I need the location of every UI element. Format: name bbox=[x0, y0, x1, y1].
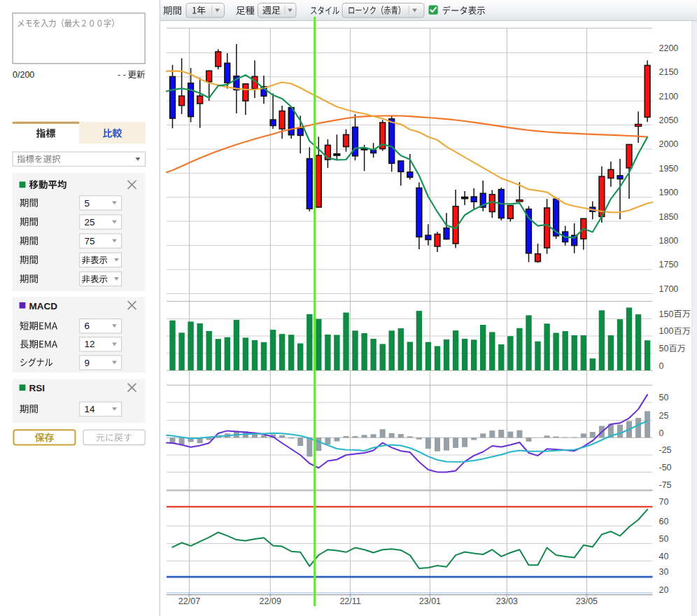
svg-text:5: 5 bbox=[85, 198, 90, 209]
svg-text:25: 25 bbox=[85, 217, 95, 227]
svg-text:75: 75 bbox=[85, 236, 95, 246]
svg-text:-50: -50 bbox=[659, 463, 672, 472]
svg-text:9: 9 bbox=[85, 358, 90, 368]
svg-text:1950: 1950 bbox=[659, 164, 679, 174]
svg-text:0: 0 bbox=[659, 361, 664, 371]
svg-text:23/03: 23/03 bbox=[496, 596, 518, 606]
svg-text:MACD: MACD bbox=[29, 301, 58, 312]
svg-text:30: 30 bbox=[659, 567, 669, 577]
svg-text:-75: -75 bbox=[659, 480, 672, 490]
svg-text:2050: 2050 bbox=[659, 115, 679, 125]
svg-text:0/200: 0/200 bbox=[13, 70, 34, 80]
svg-text:RSI: RSI bbox=[29, 383, 45, 393]
svg-text:2100: 2100 bbox=[659, 92, 679, 102]
svg-text:60: 60 bbox=[659, 517, 669, 526]
svg-text:22/07: 22/07 bbox=[178, 596, 200, 606]
svg-text:14: 14 bbox=[85, 404, 96, 414]
svg-text:70: 70 bbox=[659, 497, 669, 507]
svg-text:40: 40 bbox=[659, 552, 669, 561]
svg-text:1900: 1900 bbox=[659, 188, 679, 197]
svg-text:22/09: 22/09 bbox=[260, 596, 281, 606]
svg-text:-25: -25 bbox=[659, 445, 672, 455]
svg-text:12: 12 bbox=[85, 339, 95, 349]
svg-text:23/01: 23/01 bbox=[419, 596, 441, 606]
svg-text:150: 150 bbox=[659, 309, 674, 319]
svg-text:50: 50 bbox=[659, 534, 669, 544]
svg-text:2150: 2150 bbox=[659, 67, 679, 77]
svg-text:1700: 1700 bbox=[659, 284, 679, 294]
svg-text:2000: 2000 bbox=[659, 139, 679, 149]
svg-text:50: 50 bbox=[659, 393, 669, 402]
svg-text:0: 0 bbox=[659, 428, 664, 438]
svg-text:100: 100 bbox=[659, 326, 674, 336]
svg-text:50: 50 bbox=[659, 344, 669, 354]
svg-text:22/11: 22/11 bbox=[339, 596, 360, 606]
svg-text:2200: 2200 bbox=[659, 43, 679, 53]
svg-text:25: 25 bbox=[659, 411, 669, 421]
svg-text:6: 6 bbox=[85, 321, 90, 331]
svg-text:1850: 1850 bbox=[659, 212, 679, 222]
svg-text:- -: - - bbox=[118, 70, 126, 80]
svg-text:1750: 1750 bbox=[659, 260, 679, 270]
svg-text:20: 20 bbox=[659, 585, 669, 595]
svg-text:1800: 1800 bbox=[659, 236, 679, 246]
svg-text:23/05: 23/05 bbox=[576, 596, 598, 606]
